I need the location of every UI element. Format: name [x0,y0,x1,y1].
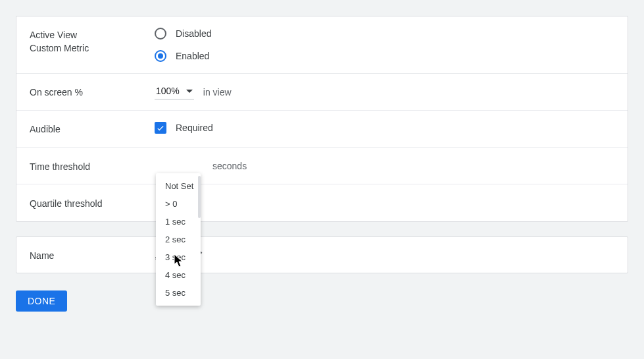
on-screen-select[interactable]: 100% [155,84,194,99]
menu-item-5sec[interactable]: 5 sec [156,284,201,302]
menu-item-not-set[interactable]: Not Set [156,177,201,195]
time-threshold-dropdown: Not Set > 0 1 sec 2 sec 3 sec 4 sec 5 se… [156,173,201,306]
radio-disabled[interactable]: Disabled [155,27,614,40]
on-screen-select-value: 100% [156,86,180,96]
name-card: Name , Audible [16,236,628,273]
label-time-threshold: Time threshold [30,159,155,173]
label-quartile-threshold: Quartile threshold [30,196,155,210]
label-active-view: Active View Custom Metric [30,27,155,55]
radio-enabled-label: Enabled [176,51,209,61]
cursor-icon [174,254,184,267]
row-active-view: Active View Custom Metric Disabled Enabl… [16,16,628,74]
label-on-screen: On screen % [30,84,155,99]
audible-required-label: Required [176,123,213,133]
row-time-threshold: Time threshold seconds [16,148,628,184]
row-audible: Audible Required [16,111,628,148]
row-on-screen: On screen % 100% in view [16,74,628,111]
menu-item-2sec[interactable]: 2 sec [156,231,201,248]
menu-item-1sec[interactable]: 1 sec [156,213,201,231]
on-screen-suffix: in view [203,87,232,97]
audible-checkbox[interactable] [155,122,166,134]
label-audible: Audible [30,121,155,136]
label-active-view-line2: Custom Metric [30,41,155,55]
time-threshold-suffix: seconds [212,161,247,171]
label-name: Name [30,248,155,262]
radio-enabled[interactable]: Enabled [155,49,614,63]
menu-item-4sec[interactable]: 4 sec [156,266,201,284]
done-button[interactable]: DONE [16,290,67,312]
check-icon [156,123,165,132]
chevron-down-icon [186,90,193,93]
radio-disabled-label: Disabled [176,28,211,39]
settings-card: Active View Custom Metric Disabled Enabl… [16,16,628,222]
label-active-view-line1: Active View [30,28,155,41]
radio-icon-selected [155,50,166,62]
row-name: Name , Audible [16,237,628,273]
row-quartile-threshold: Quartile threshold [16,184,628,221]
radio-icon-unselected [155,28,166,40]
menu-item-gt0[interactable]: > 0 [156,195,201,213]
